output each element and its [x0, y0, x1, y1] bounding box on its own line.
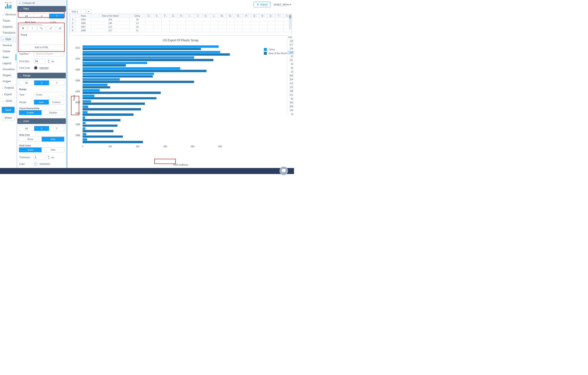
richtext-tab[interactable]: Rich Text: [19, 20, 42, 25]
bold-button[interactable]: B: [19, 26, 27, 31]
zoom-disable[interactable]: Disable: [42, 110, 64, 115]
bar-rest[interactable]: [83, 119, 120, 121]
bar-china[interactable]: [83, 138, 87, 141]
subscript-button[interactable]: X2: [37, 26, 46, 31]
nav-general[interactable]: General: [0, 42, 16, 48]
grid-tab[interactable]: Grid 1×: [69, 9, 86, 14]
gridcolor-swatch[interactable]: [34, 162, 38, 166]
gridlines-hide[interactable]: Hide: [42, 148, 64, 152]
nav-style-traces[interactable]: Traces: [0, 48, 16, 54]
typeface-select[interactable]: Select an Option ⌄: [34, 51, 64, 56]
italic-button[interactable]: I: [28, 26, 36, 31]
bar-rest[interactable]: [83, 108, 141, 110]
titles-tab-x[interactable]: X: [34, 14, 49, 18]
chat-bubble[interactable]: [279, 167, 288, 175]
zoom-enable[interactable]: Enable: [19, 110, 42, 115]
bar-china[interactable]: [83, 51, 220, 53]
share-button[interactable]: Share: [2, 114, 15, 121]
link-button[interactable]: 🔗: [56, 26, 64, 31]
type-select[interactable]: Linear ⌄: [34, 92, 64, 97]
nav-structure[interactable]: Structure: [0, 11, 16, 18]
bar-rest[interactable]: [83, 130, 113, 132]
nav-export[interactable]: Export: [0, 91, 16, 98]
nav-images[interactable]: Images: [0, 78, 16, 84]
nav-axes[interactable]: Axes: [0, 54, 16, 60]
bar-china[interactable]: [83, 117, 85, 119]
bar-china[interactable]: [83, 62, 147, 64]
fontsize-input[interactable]: [34, 59, 46, 64]
titles-tab-y[interactable]: Y: [49, 14, 64, 18]
bar-rest[interactable]: [83, 81, 194, 83]
nav-annotation[interactable]: Annotation: [0, 66, 16, 72]
bar-china[interactable]: [83, 73, 154, 75]
superscript-button[interactable]: X2: [47, 26, 55, 31]
bar-china[interactable]: [83, 45, 219, 48]
bar-rest[interactable]: [83, 113, 134, 116]
bar-china[interactable]: [83, 78, 120, 80]
bar-rest[interactable]: [83, 136, 123, 138]
edit-html-button[interactable]: Edit in HTML: [19, 45, 64, 50]
nav-traces[interactable]: Traces: [0, 18, 16, 24]
bar-rest[interactable]: [83, 86, 110, 89]
titles-tab-all[interactable]: All: [19, 14, 34, 18]
bar-china[interactable]: [83, 111, 87, 113]
data-grid[interactable]: YearsRest of the WorldChinaD ▾E ▾F ▾G ▾H…: [69, 14, 292, 35]
nav-legend[interactable]: Legend: [0, 60, 16, 66]
save-button[interactable]: Save: [2, 107, 15, 113]
bar-china[interactable]: [83, 127, 85, 130]
bar-rest[interactable]: [83, 92, 161, 94]
nav-json[interactable]: JSON: [0, 98, 16, 104]
axisline-show[interactable]: Show: [19, 137, 42, 141]
nav-style[interactable]: Style: [0, 36, 16, 42]
fontsize-stepper[interactable]: ▲▼: [48, 59, 50, 64]
bar-china[interactable]: [83, 95, 94, 97]
thickness-input[interactable]: [34, 155, 46, 160]
add-tab-button[interactable]: +: [86, 9, 91, 14]
lines-header[interactable]: ⌄Lines: [17, 118, 66, 124]
bar-rest[interactable]: [83, 53, 230, 56]
nav-subplots[interactable]: Subplots: [0, 24, 16, 30]
bar-china[interactable]: [83, 56, 194, 59]
range-custom[interactable]: Custom: [49, 100, 64, 105]
bar-rest[interactable]: [83, 103, 145, 105]
bar-china[interactable]: [83, 133, 86, 135]
bar-rest[interactable]: [83, 48, 201, 50]
title-text-input[interactable]: Years: [19, 32, 64, 45]
bar-rest[interactable]: [83, 70, 207, 72]
user-menu[interactable]: plotly2_demo ▾: [274, 3, 291, 6]
nav-analysis[interactable]: Analysis: [0, 85, 16, 91]
bar-rest[interactable]: [83, 141, 143, 143]
close-icon[interactable]: ×: [80, 10, 82, 13]
range-header[interactable]: ⌄Range: [17, 73, 66, 78]
range-tab-y[interactable]: Y: [49, 80, 64, 85]
bar-china[interactable]: [83, 84, 107, 86]
bar-rest[interactable]: [83, 125, 117, 127]
bar-china[interactable]: [83, 100, 91, 103]
bar-china[interactable]: [83, 106, 88, 108]
collapse-all[interactable]: »⌃ Collapse All: [17, 0, 66, 6]
axisline-hide[interactable]: Hide: [42, 137, 64, 141]
lines-tab-y[interactable]: Y: [49, 126, 64, 131]
bar-rest[interactable]: [83, 75, 153, 78]
range-tab-x[interactable]: X: [34, 80, 49, 85]
thickness-stepper[interactable]: ▲▼: [48, 155, 50, 160]
import-button[interactable]: ⬆Import: [253, 2, 271, 7]
bar-rest[interactable]: [83, 97, 157, 99]
bar-rest[interactable]: [83, 59, 213, 61]
lines-tab-x[interactable]: X: [34, 126, 49, 131]
nav-shapes[interactable]: Shapes: [0, 72, 16, 78]
lines-tab-all[interactable]: All: [19, 126, 34, 131]
fontcolor-swatch[interactable]: [34, 66, 38, 70]
range-tab-all[interactable]: All: [19, 80, 34, 85]
bar-rest[interactable]: [83, 64, 126, 66]
nav-transforms[interactable]: Transforms: [0, 30, 16, 36]
bar-china[interactable]: [83, 122, 86, 124]
grid-scrollbar[interactable]: [289, 15, 291, 30]
gridlines-show[interactable]: Show: [19, 148, 42, 152]
range-auto[interactable]: Auto: [34, 100, 49, 105]
latex-tab[interactable]: LaTeX: [42, 20, 65, 25]
bar-china[interactable]: [83, 89, 100, 91]
titles-header[interactable]: ⌄Titles: [17, 6, 66, 11]
plot-area[interactable]: 1996199820002002200420062008201020120100…: [83, 45, 237, 143]
bar-china[interactable]: [83, 67, 180, 70]
